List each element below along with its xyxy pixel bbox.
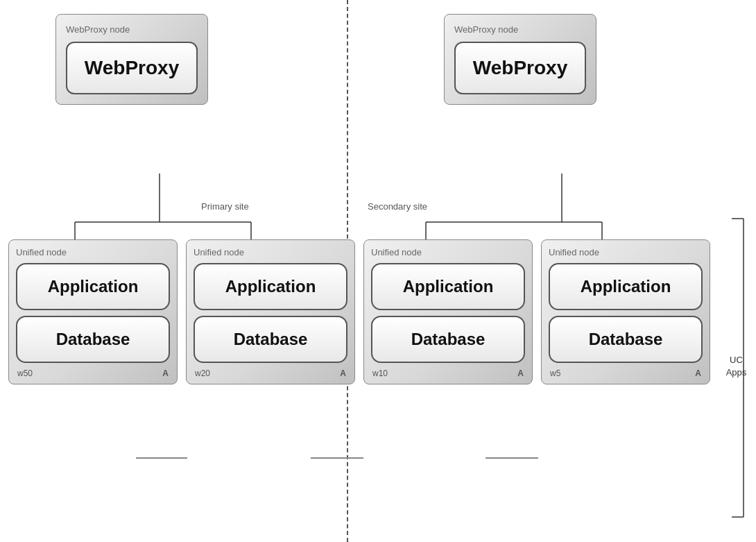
application-box-2: Application xyxy=(194,263,347,310)
database-1-name: Database xyxy=(23,330,163,349)
application-4-name: Application xyxy=(556,277,696,296)
diagram-container: Primary site Secondary site xyxy=(0,0,756,542)
database-box-1: Database xyxy=(16,316,170,363)
application-box-4: Application xyxy=(549,263,703,310)
unified-node-3: Unified node Application Database w10 A xyxy=(363,239,533,384)
active-badge-2: A xyxy=(340,369,346,378)
webproxy-1-name: WebProxy xyxy=(74,57,189,79)
database-box-2: Database xyxy=(194,316,347,363)
application-box-1: Application xyxy=(16,263,170,310)
webproxy-2-name: WebProxy xyxy=(463,57,578,79)
database-box-3: Database xyxy=(371,316,525,363)
unified-node-4-label: Unified node xyxy=(549,247,703,257)
active-badge-3: A xyxy=(517,369,524,378)
weight-label-1: w50 xyxy=(17,369,33,378)
webproxy-node-2: WebProxy node WebProxy xyxy=(444,14,596,105)
uc-apps-label: UC Apps xyxy=(721,354,752,379)
webproxy-node-2-label: WebProxy node xyxy=(454,24,586,35)
application-3-name: Application xyxy=(378,277,518,296)
unified-node-1: Unified node Application Database w50 A xyxy=(8,239,178,384)
primary-site-label: Primary site xyxy=(201,201,249,212)
active-badge-1: A xyxy=(162,369,169,378)
application-2-name: Application xyxy=(200,277,341,296)
secondary-site-label: Secondary site xyxy=(368,201,427,212)
webproxy-node-1: WebProxy node WebProxy xyxy=(55,14,208,105)
unified-node-1-label: Unified node xyxy=(16,247,170,257)
weight-label-4: w5 xyxy=(550,369,560,378)
unified-node-2-label: Unified node xyxy=(194,247,347,257)
unified-node-3-label: Unified node xyxy=(371,247,525,257)
webproxy-node-1-label: WebProxy node xyxy=(66,24,198,35)
database-2-name: Database xyxy=(200,330,341,349)
application-box-3: Application xyxy=(371,263,525,310)
unified-node-2: Unified node Application Database w20 A xyxy=(186,239,355,384)
unified-node-4: Unified node Application Database w5 A xyxy=(541,239,710,384)
application-1-name: Application xyxy=(23,277,163,296)
database-3-name: Database xyxy=(378,330,518,349)
weight-label-2: w20 xyxy=(195,369,210,378)
active-badge-4: A xyxy=(695,369,701,378)
weight-label-3: w10 xyxy=(372,369,388,378)
database-box-4: Database xyxy=(549,316,703,363)
database-4-name: Database xyxy=(556,330,696,349)
